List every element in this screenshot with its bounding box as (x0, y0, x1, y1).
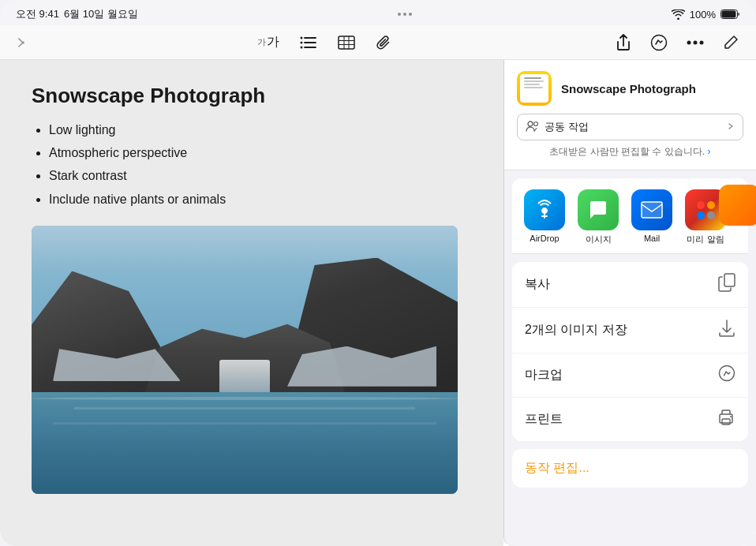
battery-icon (720, 9, 740, 19)
copy-action[interactable]: 복사 (512, 262, 748, 308)
edit-actions-label: 동작 편집... (525, 461, 589, 474)
share-app-airdrop[interactable]: AirDrop (518, 189, 571, 243)
airdrop-label: AirDrop (530, 234, 559, 243)
save-images-action[interactable]: 2개의 이미지 저장 (512, 308, 748, 353)
collab-left: 공동 작업 (526, 120, 589, 134)
collab-info-text: 초대받은 사람만 편집할 수 있습니다. (549, 146, 705, 157)
reminders-label: 미리 알림 (687, 234, 724, 245)
markup-icon (650, 34, 668, 51)
status-left: 오전 9:41 6월 10일 월요일 (16, 7, 138, 21)
wifi-icon (672, 9, 685, 20)
share-button[interactable] (612, 32, 634, 53)
collab-label: 공동 작업 (545, 120, 589, 134)
share-title-row: Snowscape Photograph (517, 71, 743, 106)
collab-info-arrow[interactable]: › (708, 146, 711, 157)
svg-rect-26 (722, 419, 730, 424)
toolbar: 가가 (0, 25, 756, 60)
markup-action-icon (718, 365, 735, 386)
ipad-frame: 오전 9:41 6월 10일 월요일 100% (0, 0, 756, 546)
mail-label: Mail (644, 234, 660, 243)
status-right: 100% (672, 9, 740, 21)
copy-label: 복사 (525, 276, 550, 293)
status-bar: 오전 9:41 6월 10일 월요일 100% (0, 0, 756, 25)
save-images-icon (718, 319, 735, 342)
people-icon (526, 121, 540, 134)
svg-point-8 (301, 46, 303, 48)
svg-point-19 (528, 122, 533, 126)
svg-line-3 (19, 42, 24, 47)
share-apps-row: AirDrop 이시지 (512, 178, 748, 254)
three-dots (398, 13, 412, 16)
messages-label: 이시지 (586, 234, 612, 245)
print-action[interactable]: 프린트 (512, 398, 748, 441)
share-panel: Snowscape Photograph 공동 작 (503, 60, 756, 546)
edit-button[interactable] (720, 33, 742, 52)
markup-button[interactable] (647, 32, 671, 53)
collab-dropdown[interactable]: 공동 작업 (517, 114, 743, 140)
markup-action[interactable]: 마크업 (512, 353, 748, 398)
time: 오전 9:41 (16, 7, 59, 21)
markup-action-label: 마크업 (525, 367, 563, 383)
svg-rect-23 (724, 274, 735, 286)
main-content: Snowscape Photograph Low lighting Atmosp… (0, 60, 756, 546)
edit-actions-link[interactable]: 동작 편집... (512, 449, 748, 488)
more-icon (687, 40, 704, 45)
dark-overlay (0, 60, 503, 546)
status-center (398, 13, 412, 16)
share-panel-header: Snowscape Photograph 공동 작 (504, 60, 756, 170)
attachment-button[interactable] (372, 33, 395, 52)
share-icon (616, 34, 631, 51)
toolbar-left (14, 36, 36, 50)
attachment-icon (376, 35, 391, 50)
svg-point-20 (534, 122, 538, 125)
dot-red (697, 201, 705, 209)
share-content[interactable]: AirDrop 이시지 (504, 170, 756, 546)
svg-point-6 (301, 41, 303, 43)
save-images-label: 2개의 이미지 저장 (525, 322, 627, 338)
toolbar-right (612, 32, 742, 53)
battery-percent: 100% (690, 9, 716, 21)
table-icon (338, 36, 355, 50)
share-panel-title: Snowscape Photograph (561, 82, 696, 95)
minimize-button[interactable] (14, 36, 36, 50)
edit-icon (723, 35, 739, 50)
bullets-icon (300, 36, 317, 50)
table-button[interactable] (335, 34, 358, 51)
print-icon (717, 409, 735, 430)
svg-point-15 (652, 35, 667, 50)
svg-point-27 (730, 416, 732, 417)
dot-gray (707, 211, 715, 219)
airdrop-icon (524, 189, 565, 230)
messages-icon (578, 189, 619, 230)
notes-line-4 (524, 87, 543, 88)
svg-point-4 (301, 36, 303, 39)
notes-line-2 (524, 80, 544, 82)
more-app-partial[interactable] (719, 185, 756, 226)
text-size-button[interactable]: 가가 (254, 32, 283, 52)
more-button[interactable] (683, 39, 707, 47)
share-app-messages[interactable]: 이시지 (572, 189, 624, 245)
svg-rect-10 (339, 36, 354, 49)
toolbar-center: 가가 (254, 32, 395, 52)
notes-app-icon (517, 71, 552, 106)
copy-icon (718, 273, 735, 296)
dot-blue (697, 211, 705, 219)
print-label: 프린트 (525, 411, 563, 428)
svg-rect-1 (722, 11, 736, 18)
svg-point-16 (687, 40, 691, 44)
collab-chevron-icon (727, 121, 735, 134)
dot-orange (707, 201, 715, 209)
reminders-dots (689, 193, 723, 227)
bullet-list-button[interactable] (297, 34, 320, 51)
share-actions: 복사 2개의 이미지 저장 (512, 262, 748, 441)
svg-point-17 (694, 40, 698, 44)
notes-icon-inner (520, 74, 548, 103)
notes-line-1 (524, 77, 541, 79)
notes-line-3 (524, 84, 540, 85)
collab-info: 초대받은 사람만 편집할 수 있습니다. › (517, 145, 743, 159)
share-app-mail[interactable]: Mail (626, 189, 678, 243)
date: 6월 10일 월요일 (64, 7, 138, 21)
mail-icon (631, 189, 672, 230)
svg-rect-22 (642, 202, 662, 218)
svg-point-18 (700, 40, 704, 44)
